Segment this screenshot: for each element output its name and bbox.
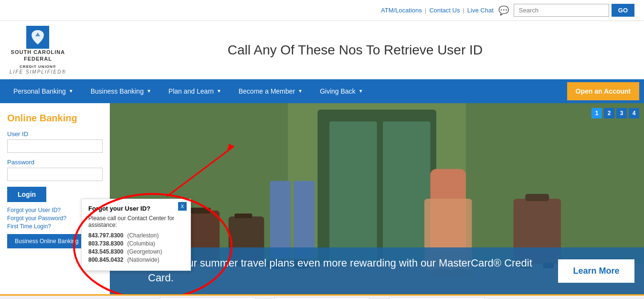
annotation-heading: Call Any Of These Nos To Retrieve User I… xyxy=(76,43,634,58)
footer-card-1 xyxy=(160,297,255,299)
slide-2[interactable]: 2 xyxy=(604,108,614,118)
top-bar: ATM/Locations | Contact Us | Live Chat 💬… xyxy=(0,0,644,21)
logo-area: SOUTH CAROLINA FEDERAL CREDIT UNION® LIF… xyxy=(10,26,66,75)
live-chat-link[interactable]: Live Chat xyxy=(467,7,494,14)
atm-locations-link[interactable]: ATM/Locations xyxy=(381,7,422,14)
learn-more-button[interactable]: Learn More xyxy=(558,259,634,283)
svg-rect-20 xyxy=(294,181,315,258)
chevron-down-icon: ▼ xyxy=(359,88,363,94)
content-area: Online Banking User ID Password Login Fo… xyxy=(0,103,644,294)
nav-plan-learn[interactable]: Plan and Learn ▼ xyxy=(160,79,230,103)
user-id-input[interactable] xyxy=(7,139,103,153)
login-button[interactable]: Login xyxy=(7,187,46,202)
footer-card-2 xyxy=(274,297,370,299)
go-button[interactable]: GO xyxy=(612,4,634,17)
svg-rect-12 xyxy=(234,214,252,218)
logo-tagline: LIFE SIMPLIFIED® xyxy=(10,69,66,75)
user-id-label: User ID xyxy=(7,130,103,138)
svg-rect-19 xyxy=(270,181,291,258)
slide-indicators: 1 2 3 4 xyxy=(591,108,639,118)
footer-strip xyxy=(0,294,644,299)
online-banking-title: Online Banking xyxy=(7,113,103,124)
nav-business-banking[interactable]: Business Banking ▼ xyxy=(82,79,160,103)
phone-nationwide: 800.845.0432 (Nationwide) xyxy=(88,256,184,263)
password-input[interactable] xyxy=(7,168,103,181)
open-account-button[interactable]: Open an Account xyxy=(567,82,639,100)
top-bar-links: ATM/Locations | Contact Us | Live Chat 💬 xyxy=(381,5,509,16)
phone-columbia: 803.738.8300 (Columbia) xyxy=(88,240,184,247)
phone-georgetown: 843.545.8300 (Georgetown) xyxy=(88,248,184,255)
search-input[interactable] xyxy=(514,4,609,17)
svg-rect-16 xyxy=(525,194,549,201)
tooltip-close-button[interactable]: X xyxy=(178,202,187,211)
forgot-userid-tooltip: X Forgot your User ID? Please call our C… xyxy=(81,199,191,271)
hero-banner-text: Make your summer travel plans even more … xyxy=(148,256,558,286)
tooltip-subtitle: Please call our Contact Center for assis… xyxy=(88,215,184,228)
chevron-down-icon: ▼ xyxy=(147,88,151,94)
footer-card-3 xyxy=(389,297,485,299)
chevron-down-icon: ▼ xyxy=(298,88,303,94)
password-label: Password xyxy=(7,159,103,166)
chevron-down-icon: ▼ xyxy=(69,88,74,94)
nav-giving-back[interactable]: Giving Back ▼ xyxy=(311,79,372,103)
separator-1: | xyxy=(425,7,426,14)
phone-charleston: 843.797.8300 (Charleston) xyxy=(88,232,184,239)
logo-text-main: SOUTH CAROLINA FEDERAL CREDIT UNION® xyxy=(11,49,65,69)
slide-1[interactable]: 1 xyxy=(591,108,602,118)
search-area: GO xyxy=(514,4,634,17)
slide-3[interactable]: 3 xyxy=(616,108,627,118)
tooltip-title: Forgot your User ID? xyxy=(88,205,184,212)
slide-4[interactable]: 4 xyxy=(629,108,639,118)
chat-icon: 💬 xyxy=(498,5,509,16)
main-nav: Personal Banking ▼ Business Banking ▼ Pl… xyxy=(0,79,644,103)
nav-personal-banking[interactable]: Personal Banking ▼ xyxy=(5,79,82,103)
nav-become-member[interactable]: Become a Member ▼ xyxy=(230,79,311,103)
header: SOUTH CAROLINA FEDERAL CREDIT UNION® LIF… xyxy=(0,21,644,79)
logo-icon xyxy=(26,26,49,49)
separator-2: | xyxy=(463,7,464,14)
svg-rect-8 xyxy=(190,208,211,214)
chevron-down-icon: ▼ xyxy=(217,88,222,94)
contact-us-link[interactable]: Contact Us xyxy=(429,7,460,14)
